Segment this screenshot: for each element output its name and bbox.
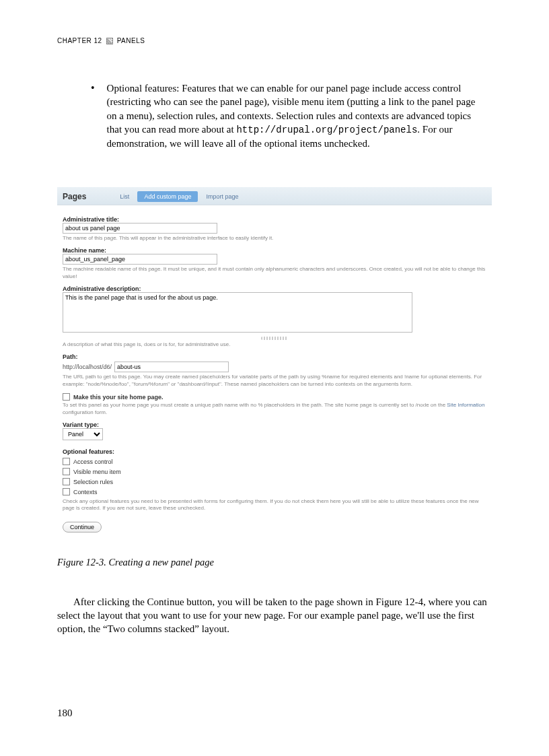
machine-name-help: The machine readable name of this page. … xyxy=(63,266,486,280)
path-label: Path: xyxy=(63,353,486,360)
bullet-icon: • xyxy=(91,81,95,150)
visible-menu-item-checkbox[interactable] xyxy=(63,468,70,475)
path-prefix: http://localhost/d6/ xyxy=(63,364,112,370)
tab-add-custom-page[interactable]: Add custom page xyxy=(137,191,198,202)
continue-button[interactable]: Continue xyxy=(63,522,102,532)
bullet-url: http://drupal.org/project/panels xyxy=(236,125,417,135)
optional-features-help: Check any optional features you need to … xyxy=(63,498,486,512)
section-label: PANELS xyxy=(117,37,145,44)
screenshot-panel-form: Pages List Add custom page Import page A… xyxy=(57,187,492,543)
homepage-label: Make this your site home page. xyxy=(73,394,163,401)
screenshot-header: Pages List Add custom page Import page xyxy=(57,187,492,205)
after-figure-paragraph: After clicking the Continue button, you … xyxy=(57,595,492,636)
path-input[interactable] xyxy=(114,362,229,372)
visible-menu-item-label: Visible menu item xyxy=(73,469,121,475)
homepage-help-a: To set this panel as your home page you … xyxy=(63,402,447,408)
optional-features-label: Optional features: xyxy=(63,448,486,455)
header-ornament-icon xyxy=(106,38,113,44)
site-information-link[interactable]: Site Information xyxy=(447,402,484,408)
access-control-checkbox[interactable] xyxy=(63,458,70,465)
contexts-checkbox[interactable] xyxy=(63,488,70,495)
bullet-optional-features: • Optional features: Features that we ca… xyxy=(91,81,478,150)
page-number: 180 xyxy=(57,708,73,719)
admin-desc-input[interactable]: This is the panel page that is used for … xyxy=(63,292,412,333)
admin-title-help: The name of this page. This will appear … xyxy=(63,235,486,242)
admin-desc-label: Administrative description: xyxy=(63,285,486,292)
admin-title-label: Administrative title: xyxy=(63,216,486,223)
homepage-checkbox[interactable] xyxy=(63,393,70,401)
machine-name-label: Machine name: xyxy=(63,247,486,254)
homepage-help-b: configuration form. xyxy=(63,409,107,415)
pages-title: Pages xyxy=(63,192,86,201)
tab-import-page[interactable]: Import page xyxy=(199,191,245,202)
variant-type-select[interactable]: Panel xyxy=(63,428,103,440)
variant-type-label: Variant type: xyxy=(63,421,486,428)
selection-rules-checkbox[interactable] xyxy=(63,478,70,485)
machine-name-input[interactable] xyxy=(63,254,217,265)
path-help: The URL path to get to this page. You ma… xyxy=(63,374,486,388)
running-head: CHAPTER 12 PANELS xyxy=(57,37,492,44)
figure-caption: Figure 12-3. Creating a new panel page xyxy=(57,557,492,568)
bullet-text: Optional features: Features that we can … xyxy=(107,81,478,150)
admin-title-input[interactable] xyxy=(63,223,217,234)
admin-desc-help: A description of what this page is, does… xyxy=(63,341,486,348)
homepage-help: To set this panel as your home page you … xyxy=(63,402,486,416)
selection-rules-label: Selection rules xyxy=(73,479,113,485)
figure-12-3: Pages List Add custom page Import page A… xyxy=(57,187,492,568)
access-control-label: Access control xyxy=(73,458,113,465)
textarea-resize-icon[interactable] xyxy=(261,337,288,340)
tab-bar: List Add custom page Import page xyxy=(113,191,245,202)
tab-list[interactable]: List xyxy=(113,191,136,202)
contexts-label: Contexts xyxy=(73,489,98,495)
panel-form: Administrative title: The name of this p… xyxy=(57,205,492,543)
chapter-label: CHAPTER 12 xyxy=(57,37,102,44)
